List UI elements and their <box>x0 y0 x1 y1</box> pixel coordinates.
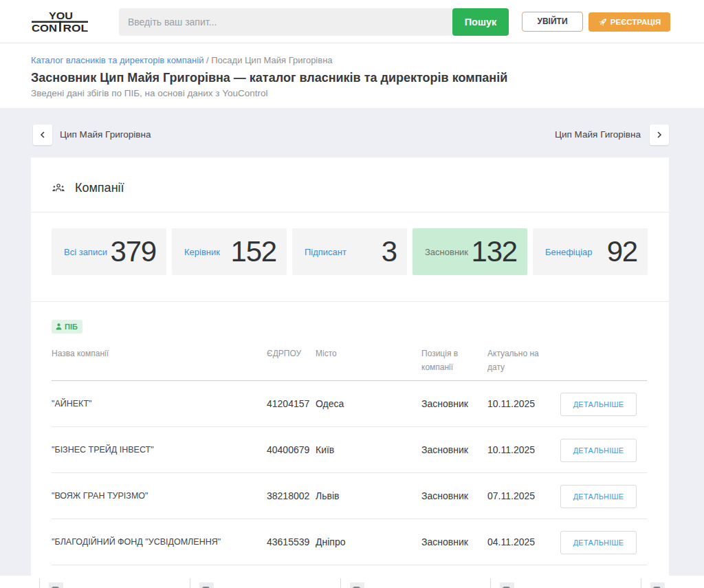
svg-text:CON: CON <box>32 23 57 33</box>
svg-text:ROL: ROL <box>63 23 89 33</box>
svg-text:YOU: YOU <box>49 10 73 21</box>
